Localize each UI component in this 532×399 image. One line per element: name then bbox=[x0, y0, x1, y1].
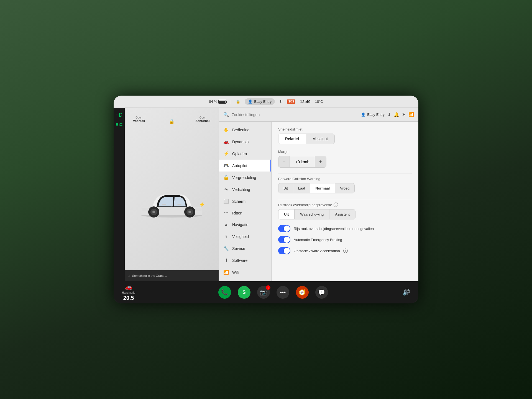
nav-item-ritten[interactable]: 〰 Ritten bbox=[219, 207, 271, 219]
nav-item-service[interactable]: 🔧 Service bbox=[219, 242, 271, 254]
svg-point-4 bbox=[152, 211, 155, 213]
taskbar-speed: 20.5 bbox=[123, 295, 134, 301]
toggle-aeb[interactable] bbox=[278, 236, 290, 243]
nav-item-navigatie[interactable]: ▲ Navigatie bbox=[219, 219, 271, 231]
search-bluetooth-icon[interactable]: ✱ bbox=[402, 112, 406, 117]
taskbar-chat-button[interactable]: 💬 bbox=[315, 286, 328, 299]
nav-item-autopilot[interactable]: 🎮 Autopilot bbox=[219, 160, 271, 172]
marge-value: +0 km/h bbox=[290, 156, 315, 167]
search-input[interactable] bbox=[232, 112, 358, 117]
opladen-icon: ⚡ bbox=[223, 151, 229, 156]
marge-control: − +0 km/h + bbox=[278, 156, 326, 168]
nav-label-opladen: Opladen bbox=[232, 152, 247, 156]
fcw-laat[interactable]: Laat bbox=[293, 183, 310, 193]
nav-label-wifi: Wifi bbox=[232, 270, 239, 275]
speed-limit-absoluut[interactable]: Absoluut bbox=[306, 134, 334, 144]
toggle-label-aeb: Automatic Emergency Braking bbox=[294, 238, 342, 242]
right-panel: 🔍 👤 Easy Entry ⬇ 🔔 ✱ 📶 ✋ bbox=[219, 108, 418, 281]
sidebar-icons: ≡D ≡⊂ bbox=[114, 108, 125, 281]
sos-button[interactable]: SOS bbox=[287, 99, 295, 104]
headlights-icon[interactable]: ≡D bbox=[116, 112, 122, 118]
charging-lightning-icon: ⚡ bbox=[199, 201, 205, 208]
taskbar-speed-label: Handmatig bbox=[122, 291, 135, 294]
music-bar[interactable]: ♪ Something in the Orang... bbox=[125, 270, 219, 281]
fcw-normaal[interactable]: Normaal bbox=[310, 183, 335, 193]
nav-item-scherm[interactable]: ⬜ Scherm bbox=[219, 195, 271, 207]
nav-item-software[interactable]: ⬇ Software bbox=[219, 254, 271, 266]
taskbar-car-icon: 🚗 bbox=[125, 283, 132, 291]
fcw-vroeg[interactable]: Vroeg bbox=[335, 183, 354, 193]
taskbar-nav-button[interactable]: 🧭 bbox=[296, 286, 309, 299]
lights-icon[interactable]: ≡⊂ bbox=[116, 121, 123, 127]
taskbar: 🚗 Handmatig 20.5 📞 S 📷 1 ••• 🧭 💬 bbox=[114, 281, 418, 303]
search-profile[interactable]: 👤 Easy Entry bbox=[361, 112, 385, 117]
rijstrook-waarschuwing[interactable]: Waarschuwing bbox=[295, 209, 329, 219]
tesla-screen: 84 % | 🔒 👤 Easy Entry ⬇ SOS 12:49 18°C ≡… bbox=[114, 96, 418, 303]
nav-label-scherm: Scherm bbox=[232, 199, 245, 204]
fcw-group: Uit Laat Normaal Vroeg bbox=[278, 183, 355, 193]
nav-item-verlichting[interactable]: ☀ Verlichting bbox=[219, 183, 271, 195]
rijstrook-assistent[interactable]: Assistent bbox=[329, 209, 355, 219]
nav-item-wifi[interactable]: 📶 Wifi bbox=[219, 266, 271, 278]
toggle-oaa[interactable] bbox=[278, 247, 290, 254]
nav-icon: 🧭 bbox=[299, 289, 306, 296]
dots-icon: ••• bbox=[280, 289, 286, 296]
nav-item-dynamiek[interactable]: 🚗 Dynamiek bbox=[219, 136, 271, 148]
fcw-section: Forward Collision Warning Uit Laat Norma… bbox=[278, 177, 412, 193]
speed-limit-relatief[interactable]: Relatief bbox=[278, 134, 306, 144]
rijstrook-info-icon[interactable]: i bbox=[334, 203, 338, 207]
fcw-label: Forward Collision Warning bbox=[278, 177, 412, 181]
nav-item-veiligheid[interactable]: ℹ Veiligheid bbox=[219, 231, 271, 242]
chat-icon: 💬 bbox=[318, 289, 325, 296]
achterbak-label[interactable]: Open Achterbak bbox=[195, 116, 210, 122]
voorbak-label[interactable]: Open Voorbak bbox=[133, 116, 145, 122]
time-display: 12:49 bbox=[300, 99, 310, 104]
taskbar-icons: 📞 S 📷 1 ••• 🧭 💬 bbox=[144, 286, 403, 299]
nav-item-opladen[interactable]: ⚡ Opladen bbox=[219, 148, 271, 160]
speed-limit-label: Snelheidslimiet bbox=[278, 127, 412, 131]
car-lock-icon: 🔒 bbox=[169, 119, 175, 124]
scherm-icon: ⬜ bbox=[223, 199, 229, 204]
speed-limit-section: Snelheidslimiet Relatief Absoluut bbox=[278, 127, 412, 144]
marge-decrease-button[interactable]: − bbox=[278, 156, 290, 167]
search-signal-icon: 📶 bbox=[408, 112, 414, 117]
taskbar-phone-button[interactable]: 📞 bbox=[218, 286, 231, 299]
search-download-icon[interactable]: ⬇ bbox=[387, 112, 391, 117]
divider-2 bbox=[278, 199, 412, 199]
nav-label-bediening: Bediening bbox=[232, 128, 249, 132]
veiligheid-icon: ℹ bbox=[223, 234, 229, 239]
profile-section-statusbar[interactable]: 👤 Easy Entry bbox=[245, 98, 275, 105]
temperature-display: 18°C bbox=[315, 99, 323, 104]
battery-icon bbox=[218, 100, 226, 104]
toggle-noodgevallen[interactable] bbox=[278, 225, 290, 232]
music-title: Something in the Orang... bbox=[132, 274, 167, 277]
car-labels: Open Voorbak 🔒 Open Achterbak bbox=[125, 116, 219, 122]
nav-label-navigatie: Navigatie bbox=[232, 222, 248, 227]
profile-icon-statusbar: 👤 bbox=[248, 99, 252, 104]
toggle-label-noodgevallen: Rijstrook overschrijdingspreventie in no… bbox=[294, 227, 374, 231]
divider-1 bbox=[278, 173, 412, 173]
nav-item-bediening[interactable]: ✋ Bediening bbox=[219, 124, 271, 136]
taskbar-camera-button[interactable]: 📷 1 bbox=[257, 286, 270, 299]
rijstrook-uit[interactable]: Uit bbox=[278, 209, 295, 219]
marge-increase-button[interactable]: + bbox=[315, 156, 326, 167]
nav-item-vergrendeling[interactable]: 🔒 Vergrendeling bbox=[219, 172, 271, 183]
fcw-uit[interactable]: Uit bbox=[278, 183, 293, 193]
oaa-info-icon[interactable]: i bbox=[343, 249, 348, 253]
music-note-icon: ♪ bbox=[128, 273, 130, 278]
taskbar-car[interactable]: 🚗 Handmatig 20.5 bbox=[122, 283, 135, 301]
toggle-row-noodgevallen: Rijstrook overschrijdingspreventie in no… bbox=[278, 225, 412, 232]
lock-icon: 🔒 bbox=[236, 99, 240, 104]
camera-badge: 1 bbox=[266, 285, 270, 290]
search-profile-label: Easy Entry bbox=[367, 112, 385, 117]
profile-label-statusbar: Easy Entry bbox=[254, 99, 272, 104]
taskbar-volume-button[interactable]: 🔊 bbox=[403, 289, 410, 296]
rijstrook-section: Rijstrook overschrijdingspreventie i Uit… bbox=[278, 203, 412, 219]
svg-point-7 bbox=[188, 211, 191, 213]
taskbar-spotify-button[interactable]: S bbox=[238, 286, 250, 299]
search-bell-icon[interactable]: 🔔 bbox=[394, 112, 399, 117]
ritten-icon: 〰 bbox=[223, 211, 229, 216]
left-panel: ≡D ≡⊂ Open Voorbak 🔒 Open Achterbak bbox=[114, 108, 219, 281]
taskbar-dots-button[interactable]: ••• bbox=[277, 286, 289, 299]
search-profile-icon: 👤 bbox=[361, 112, 365, 117]
